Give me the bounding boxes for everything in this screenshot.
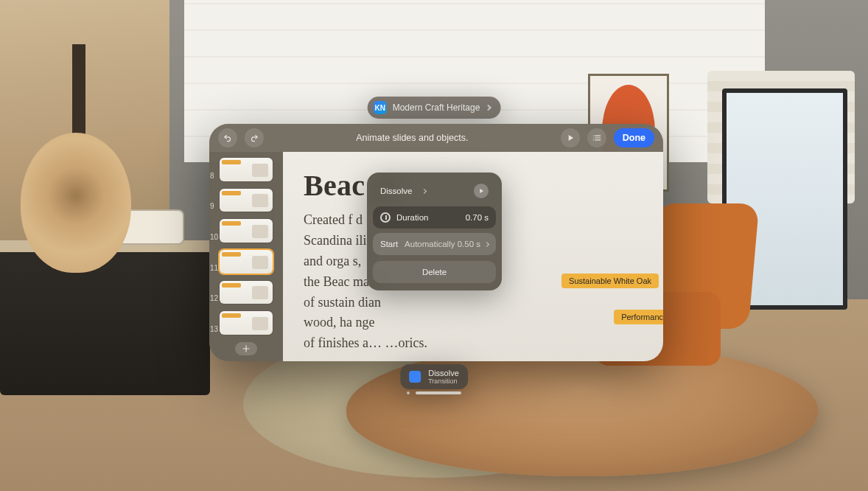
- dot-icon: [407, 391, 410, 394]
- svg-marker-0: [568, 135, 573, 141]
- slide-thumb-9[interactable]: 9: [220, 189, 273, 212]
- start-row[interactable]: Start Automatically 0.50 s: [373, 233, 496, 255]
- svg-point-5: [593, 137, 594, 138]
- done-button[interactable]: Done: [614, 128, 654, 147]
- thumb-title-chip: [222, 252, 241, 257]
- thumb-illustration: [252, 194, 268, 207]
- chevron-right-icon: [485, 105, 491, 111]
- slide-thumb-13[interactable]: 13: [220, 311, 273, 335]
- thumb-illustration: [252, 225, 268, 238]
- thumb-title-chip: [222, 313, 241, 318]
- preview-transition-button[interactable]: [474, 184, 489, 198]
- handle-bar: [416, 391, 461, 394]
- thumb-title-chip: [222, 160, 241, 164]
- list-button[interactable]: [587, 128, 606, 147]
- transition-header[interactable]: Dissolve: [373, 180, 496, 202]
- play-icon: [565, 133, 575, 143]
- slide-thumb-8[interactable]: 8: [220, 158, 273, 181]
- annotation-sustainable-oak[interactable]: Sustainable White Oak: [561, 274, 659, 288]
- transition-name: Dissolve: [380, 187, 412, 195]
- transition-thumbnail-icon: [409, 371, 421, 383]
- document-title: Modern Craft Heritage: [393, 102, 480, 113]
- slide-number: 11: [210, 264, 218, 272]
- document-title-pill[interactable]: KN Modern Craft Heritage: [368, 97, 501, 119]
- start-value: Automatically 0.50 s: [405, 240, 480, 248]
- slide-number: 13: [210, 325, 218, 333]
- play-icon: [477, 187, 485, 195]
- thumb-illustration: [252, 256, 268, 269]
- delete-transition-button[interactable]: Delete: [373, 261, 496, 283]
- undo-button[interactable]: [218, 128, 237, 147]
- annotation-performance[interactable]: Performanc: [614, 310, 663, 324]
- chevron-right-icon: [421, 188, 427, 193]
- thumb-illustration: [252, 317, 268, 330]
- add-slide-button[interactable]: [235, 342, 257, 355]
- duration-row[interactable]: Duration 0.70 s: [373, 206, 496, 229]
- slide-number: 10: [210, 233, 218, 241]
- slide-navigator[interactable]: 8910111213: [209, 152, 283, 361]
- plus-icon: [241, 344, 251, 354]
- delete-label: Delete: [422, 268, 447, 276]
- toolbar-title: Animate slides and objects.: [271, 133, 553, 143]
- toolbar: Animate slides and objects. Done: [209, 124, 663, 152]
- thumb-title-chip: [222, 221, 241, 226]
- build-order-chip[interactable]: Dissolve Transition: [400, 364, 468, 389]
- duration-value: 0.70 s: [466, 213, 489, 222]
- slide-thumb-12[interactable]: 12: [220, 281, 273, 304]
- redo-button[interactable]: [245, 128, 264, 147]
- thumb-illustration: [252, 164, 268, 177]
- slide-number: 12: [210, 294, 218, 302]
- thumb-title-chip: [222, 191, 241, 195]
- slide-number: 9: [210, 202, 214, 210]
- list-icon: [592, 133, 602, 143]
- start-label: Start: [380, 240, 398, 248]
- chip-subtitle: Transition: [428, 377, 459, 385]
- svg-point-4: [593, 136, 594, 136]
- app-icon: KN: [374, 101, 387, 114]
- window-resize-handle[interactable]: [407, 391, 461, 394]
- thumb-title-chip: [222, 283, 241, 288]
- thumb-illustration: [252, 286, 268, 299]
- clock-icon: [380, 212, 391, 223]
- play-button[interactable]: [561, 128, 580, 147]
- svg-point-6: [593, 139, 594, 140]
- slide-number: 8: [210, 172, 214, 180]
- duration-label: Duration: [396, 213, 428, 222]
- chevron-right-icon: [484, 241, 489, 246]
- redo-icon: [249, 133, 259, 143]
- chip-title: Dissolve: [428, 369, 459, 377]
- transition-popover: Dissolve Duration 0.70 s Start Automatic…: [367, 173, 502, 290]
- guitar: [15, 44, 144, 280]
- svg-marker-9: [480, 189, 483, 193]
- undo-icon: [223, 133, 233, 143]
- slide-thumb-11[interactable]: 11: [220, 250, 273, 274]
- slide-thumb-10[interactable]: 10: [220, 219, 273, 243]
